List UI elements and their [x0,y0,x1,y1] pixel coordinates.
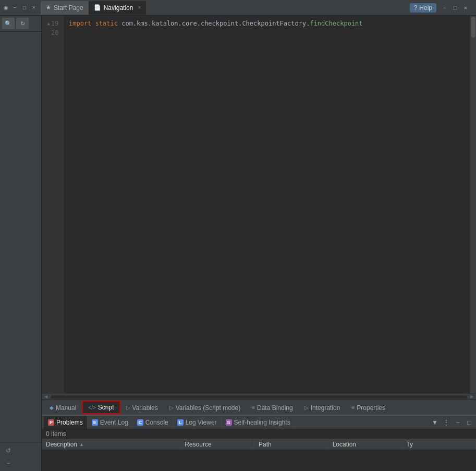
col-type-label: Ty [406,441,413,448]
close-button[interactable]: × [461,4,470,11]
selfheal-icon: S [226,419,232,426]
panel-empty-area [42,450,476,471]
code-line-20 [69,28,465,38]
vertical-scrollbar[interactable] [470,16,476,393]
start-page-icon: ★ [46,4,51,11]
window-controls-left: ◉ − □ × [2,4,38,11]
panel-tab-console-label: Console [145,419,168,426]
col-description-label: Description [46,441,77,448]
tab-manual[interactable]: ◆ Manual [44,401,82,414]
left-sidebar: 🔍 ↻ ↺ − [0,16,42,471]
tab-data-binding[interactable]: ≡ Data Binding [246,401,299,414]
variables-icon: ▷ [126,405,130,410]
tab-navigation-label: Navigation [104,4,133,11]
window-restore-left[interactable]: □ [21,4,28,11]
integration-icon: ▷ [304,405,309,410]
help-icon: ? [414,4,418,11]
panel-content: 0 items Description ▲ Resource Path Loca… [42,429,476,471]
window-close-left[interactable]: × [30,4,38,11]
sidebar-bottom-collapse[interactable]: − [2,457,15,469]
eventlog-icon: E [92,419,98,426]
sidebar-bottom-refresh[interactable]: ↺ [2,445,15,456]
help-button[interactable]: ? Help [410,3,436,13]
line-number-20: 20 [51,28,58,38]
panel-tab-console[interactable]: C Console [133,416,173,429]
fold-arrow-19[interactable]: ▲ [46,19,50,28]
help-label: Help [419,4,432,11]
logviewer-icon: L [177,419,184,426]
title-bar-right: ? Help − □ × [410,3,474,13]
keyword-static: static [95,20,118,27]
class-path: com.kms.katalon.core.checkpoint.Checkpoi… [121,20,310,27]
panel-tab-eventlog-label: Event Log [100,419,128,426]
col-location: Location [328,439,402,450]
minimize-button[interactable]: − [441,4,449,11]
tab-properties[interactable]: ≡ Properties [346,401,391,414]
filter-button[interactable]: ▼ [430,418,440,427]
problems-icon: P [48,419,54,426]
tab-integration[interactable]: ▷ Integration [299,401,346,414]
line-number-19: 19 [51,19,58,28]
editor-area: ▲ 19 20 import static com.kms.katalon.co… [42,16,476,471]
code-content[interactable]: import static com.kms.katalon.core.check… [64,16,470,393]
col-location-label: Location [333,441,356,448]
panel-tab-problems[interactable]: P Problems [44,416,88,429]
manual-icon: ◆ [50,405,54,410]
tab-data-binding-label: Data Binding [257,404,293,412]
mode-tabs-section: ◆ Manual </> Script ▷ Variables ▷ Variab… [42,400,476,415]
window-controls-right: − □ × [441,4,470,11]
line-numbers: ▲ 19 20 [42,16,64,393]
sidebar-bottom-buttons: ↺ − [0,442,41,471]
tab-variables-label: Variables [132,404,158,412]
panel-tab-selfheal-label: Self-healing Insights [234,419,290,426]
panel-tab-self-healing[interactable]: S Self-healing Insights [222,416,295,429]
tab-script[interactable]: </> Script [82,401,120,414]
mode-tabs: ◆ Manual </> Script ▷ Variables ▷ Variab… [42,400,476,415]
tab-properties-label: Properties [357,404,385,412]
minimize-panel-button[interactable]: − [453,418,462,427]
col-resource: Resource [180,439,254,450]
search-button[interactable]: 🔍 [2,18,15,29]
tab-start-page[interactable]: ★ Start Page [41,1,89,15]
col-resource-label: Resource [185,441,211,448]
method-findCheckpoint: findCheckpoint [310,20,362,27]
scroll-left-button[interactable]: ◀ [43,394,49,400]
script-icon: </> [88,405,95,410]
tab-variables-script[interactable]: ▷ Variables (Script mode) [164,401,247,414]
tab-start-page-label: Start Page [54,4,83,11]
sort-arrow-description[interactable]: ▲ [79,442,84,447]
refresh-button[interactable]: ↻ [16,18,29,29]
tab-variables[interactable]: ▷ Variables [120,401,164,414]
tab-navigation[interactable]: 📄 Navigation × [89,1,147,15]
bottom-panel: P Problems E Event Log C Console L Log V… [42,415,476,471]
window-minimize-left[interactable]: − [11,4,19,11]
main-area: 🔍 ↻ ↺ − ▲ 19 20 import static com.kms.ka [0,16,476,471]
code-editor[interactable]: ▲ 19 20 import static com.kms.katalon.co… [42,16,476,393]
maximize-button[interactable]: □ [451,4,459,11]
col-description: Description ▲ [42,439,180,450]
navigation-icon: 📄 [94,4,101,11]
sidebar-toolbar: 🔍 ↻ [0,16,41,32]
tab-manual-label: Manual [56,404,76,412]
variables-script-icon: ▷ [169,405,174,410]
tab-navigation-close[interactable]: × [138,5,141,10]
horizontal-scrollbar[interactable]: ◀ ▶ [42,393,476,400]
tab-script-label: Script [98,404,114,411]
scroll-track[interactable] [51,395,467,398]
data-binding-icon: ≡ [252,405,255,410]
scrollbar-thumb[interactable] [471,17,475,38]
panel-tab-event-log[interactable]: E Event Log [88,416,133,429]
sidebar-content [0,32,41,442]
item-count: 0 items [42,429,476,439]
panel-tab-problems-label: Problems [56,419,83,426]
panel-tab-log-viewer[interactable]: L Log Viewer [173,416,222,429]
more-button[interactable]: ⋮ [442,418,451,427]
scroll-right-button[interactable]: ▶ [469,394,475,400]
keyword-import: import [69,20,91,27]
maximize-panel-button[interactable]: □ [465,418,474,427]
title-bar: ◉ − □ × ★ Start Page 📄 Navigation × ? He… [0,0,476,16]
tab-bar: ★ Start Page 📄 Navigation × [41,1,410,15]
col-path-label: Path [259,441,272,448]
tab-variables-script-label: Variables (Script mode) [176,404,241,412]
code-line-19: import static com.kms.katalon.core.check… [69,19,465,28]
